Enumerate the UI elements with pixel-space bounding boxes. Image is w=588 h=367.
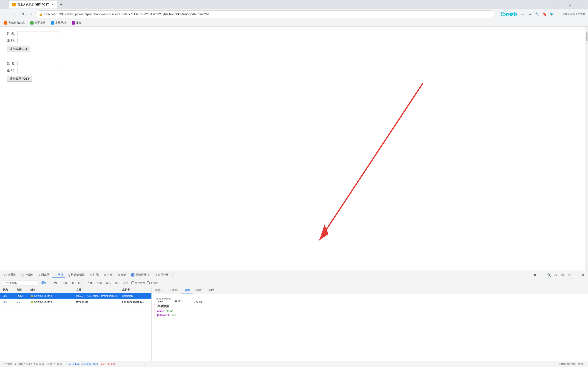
tab-headers[interactable]: 消息头 — [152, 287, 166, 294]
forward-button[interactable]: → — [11, 11, 17, 17]
panel-network[interactable]: ⇅ 网络 — [52, 272, 66, 278]
row1-file: favicon.ico — [75, 300, 121, 303]
panel-application[interactable]: ⊟ 应用程序 — [152, 272, 171, 278]
row0-file: 01.GET-POST.html?_ijt=sjhnbh8k94ou5opdbu… — [75, 294, 121, 297]
nav-extras: 🛡 ★ 🔧 🔖 🐦 ☰ □移动设备上的书签 — [519, 11, 585, 17]
active-tab[interactable]: 请求方式演示-GET-POST ✕ — [9, 1, 57, 8]
home-button[interactable]: ⌂ — [27, 11, 34, 17]
panel-performance[interactable]: ◎ 性能 — [87, 272, 101, 278]
disable-cache-checkbox[interactable] — [131, 281, 134, 284]
col-method: 方法 — [16, 288, 29, 292]
refresh-button[interactable]: ↻ — [19, 11, 26, 17]
extension-icon[interactable]: 🔧 — [534, 11, 540, 17]
filter-other[interactable]: 其他 — [121, 281, 130, 285]
filter-css[interactable]: CSS — [60, 281, 69, 285]
get-form-section: 姓 名: 密 码: 提交表单GET — [7, 31, 581, 52]
no-throttle-checkbox-label[interactable]: 不节流 — [147, 281, 158, 285]
bookmark-icon[interactable]: ★ — [527, 11, 533, 17]
title-bar: ← 请求方式演示-GET-POST ✕ + – ◻ ✕ — [0, 0, 588, 9]
style-editor-icon: {} — [68, 273, 70, 276]
panel-storage[interactable]: ⊞ 存储 — [115, 272, 129, 278]
tab-close-button[interactable]: ✕ — [51, 3, 54, 6]
panel-accessibility[interactable]: ♿ 无障碍环境 — [129, 272, 152, 278]
tab-timing[interactable]: 耗时 — [205, 287, 217, 294]
get-pass-group: 密 码: — [7, 38, 581, 43]
network-row-1[interactable]: 280 GET 🔒 localhost:63342 favicon.ico Fa… — [0, 299, 151, 305]
page-scrollbar[interactable] — [585, 27, 588, 271]
stop-icon[interactable]: ⊘ — [553, 272, 559, 278]
filter-all[interactable]: 所有 — [40, 281, 48, 285]
post-name-input[interactable] — [17, 61, 59, 66]
sync-icon[interactable]: 🐦 — [549, 11, 555, 17]
panel-memory[interactable]: ⊕ 内存 — [101, 272, 115, 278]
filter-ws[interactable]: WS — [113, 281, 121, 285]
devtools-settings-icon[interactable]: ⚙ — [566, 272, 572, 278]
status-transferred: 已传输 2.34 kB / 997 字节 — [15, 362, 44, 366]
bookmark2-icon[interactable]: 🔖 — [541, 11, 548, 17]
devtools-more-icon[interactable]: ⋯ — [573, 272, 579, 278]
filter-hint: 过滤请求参数 — [154, 297, 586, 302]
storage-icon: ⊞ — [117, 273, 120, 276]
post-submit-button[interactable]: 提交表单POST — [7, 76, 32, 82]
devtools-close-icon[interactable]: ✕ — [580, 272, 586, 278]
filter-js[interactable]: JS — [69, 281, 76, 285]
maximize-button[interactable]: ◻ — [565, 1, 575, 8]
row1-domain: 🔒 localhost:63342 — [29, 300, 75, 303]
new-tab-button[interactable]: + — [58, 1, 65, 8]
filter-image[interactable]: 图像 — [95, 281, 104, 285]
mobile-bookmarks: □移动设备上的书签 — [563, 12, 585, 16]
status-dom-content: DOMContentLoaded: 59 毫秒 — [65, 362, 98, 366]
post-pass-input[interactable] — [17, 68, 59, 73]
page-content: 姓 名: 密 码: 提交表单GET 姓 名: 密 码: — [0, 27, 588, 271]
address-bar[interactable]: 🔒 localhost:63342/web_project/springboot… — [36, 10, 494, 18]
bookmark-firefox[interactable]: 火狐官方站点 — [3, 20, 26, 25]
tab-request[interactable]: 请求 — [181, 287, 193, 294]
get-pass-input[interactable] — [17, 38, 59, 43]
filter-html[interactable]: HTML — [49, 281, 59, 285]
shield-icon[interactable]: 🛡 — [519, 11, 526, 17]
bookmarks-bar: 火狐官方站点 新手上路 常用网址 编程 — [0, 19, 588, 27]
filter-xhr[interactable]: XHR — [76, 281, 85, 285]
get-name-input[interactable] — [17, 31, 59, 36]
no-throttle-checkbox[interactable] — [147, 281, 150, 284]
panel-style-editor[interactable]: {} 样式编辑器 — [66, 272, 87, 278]
network-detail: 状态 方法 域名 文件 发起者 类型 传输 大小 200 POST 🔒 loca… — [0, 287, 588, 361]
info-content: 过滤请求参数 表单数据 name: "Tom" password: — [152, 294, 588, 361]
network-filter-buttons: 所有 HTML CSS JS XHR 字体 图像 媒体 WS 其他 — [40, 281, 130, 285]
filter-font[interactable]: 字体 — [86, 281, 95, 285]
window-buttons: – ◻ ✕ — [553, 1, 586, 8]
back-icon[interactable]: ← — [2, 2, 6, 7]
memory-icon: ⊕ — [104, 273, 106, 276]
network-row-0[interactable]: 200 POST 🔒 localhost:63342 01.GET-POST.h… — [0, 293, 151, 299]
panel-console[interactable]: ⬜ 控制台 — [19, 272, 36, 278]
row0-initiator: document — [121, 294, 156, 297]
filter-media[interactable]: 媒体 — [104, 281, 113, 285]
bookmark-programming[interactable]: 编程 — [70, 20, 83, 25]
bookmark-common[interactable]: 常用网址 — [50, 20, 68, 25]
devtools-right-actions: ⏸ + 🔍 ⊘ ⧉ ⚙ ⋯ ✕ — [532, 272, 586, 278]
csdn-label: CSDN @程序喵正在路... — [557, 362, 585, 366]
row0-method: POST — [16, 294, 29, 297]
get-submit-button[interactable]: 提交表单GET — [7, 46, 30, 52]
minimize-button[interactable]: – — [553, 1, 564, 8]
menu-icon[interactable]: ☰ — [556, 11, 562, 17]
bookmark-newbie[interactable]: 新手上路 — [29, 20, 47, 25]
panel-inspector[interactable]: ⬚ 查看器 — [2, 272, 18, 278]
tab-response[interactable]: 响应 — [193, 287, 205, 294]
filter-url-input[interactable] — [18, 281, 36, 285]
disable-cache-checkbox-label[interactable]: 禁用缓存 — [131, 281, 145, 285]
close-button[interactable]: ✕ — [576, 1, 586, 8]
row1-method: GET — [16, 300, 29, 303]
browser-frame: ← 请求方式演示-GET-POST ✕ + – ◻ ✕ ← → ↻ ⌂ 🔒 lo… — [0, 0, 588, 367]
back-button[interactable]: ← — [3, 11, 9, 17]
pause-icon[interactable]: ⏸ — [532, 272, 538, 278]
devtools-copy-icon[interactable]: ⧉ — [560, 272, 565, 278]
post-pass-group: 密 码: — [7, 68, 581, 73]
form-data-name-val: "Tom" — [166, 310, 173, 313]
tab-title: 请求方式演示-GET-POST — [17, 3, 49, 7]
tab-cookies[interactable]: Cookie — [166, 287, 181, 294]
no-params-annotation: 没有参数 — [501, 11, 518, 17]
search-icon[interactable]: 🔍 — [546, 272, 552, 278]
add-icon[interactable]: + — [539, 272, 545, 278]
panel-debugger[interactable]: ○ 调试器 — [36, 272, 52, 278]
